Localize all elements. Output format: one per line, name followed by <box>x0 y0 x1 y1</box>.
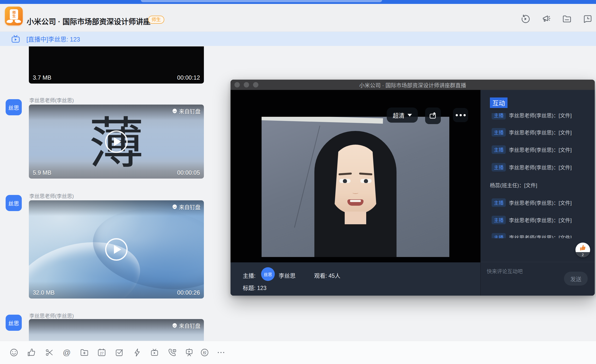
live-window-titlebar[interactable]: 小米公司 · 国际市场部资深设计师讲座群直播 <box>231 80 595 90</box>
page-title: 小米公司 · 国际市场部资深设计师讲座 <box>27 16 151 26</box>
book-icon <box>15 19 21 23</box>
message-text: 李丝思老师(李丝思)：[文件] <box>509 128 572 136</box>
video-message[interactable]: 薄 来自钉盘 5.9 MB 00:00:05 <box>29 105 204 179</box>
list-item: 主播 李丝思老师(李丝思)：[文件] <box>481 113 595 120</box>
host-badge: 主播 <box>492 128 506 137</box>
presenter-neck <box>345 212 366 224</box>
like-count: 2 <box>575 252 590 257</box>
message-text: 李丝思老师(李丝思)：[文件] <box>509 146 572 153</box>
video-message[interactable]: 来自钉盘 32.0 MB 00:00:26 <box>29 200 204 299</box>
ceiling-edge <box>262 117 383 124</box>
video-call-icon[interactable] <box>167 348 177 357</box>
interaction-message-list: 主播 李丝思老师(李丝思)：[文件] 主播 李丝思老师(李丝思)：[文件] 主播… <box>481 113 595 238</box>
message-text: 李丝思老师(李丝思)：[文件] <box>509 163 572 171</box>
announcement-icon[interactable] <box>541 14 551 24</box>
sender-avatar[interactable]: 丝思 <box>6 195 22 211</box>
calendar-icon[interactable]: 27 <box>97 348 107 357</box>
sender-avatar[interactable]: 丝思 <box>6 315 22 331</box>
presentation-icon[interactable] <box>184 348 194 357</box>
cast-icon <box>429 112 437 120</box>
viewer-count: 观看: 45人 <box>314 271 340 279</box>
message-text: 李丝思老师(李丝思)：[文件] <box>509 216 572 224</box>
video-message[interactable]: 来自钉盘 <box>29 319 204 341</box>
screenshot-scissors-icon[interactable] <box>44 348 54 357</box>
host-badge: 主播 <box>492 113 506 119</box>
ding-drive-cloud-icon <box>172 323 177 328</box>
folder-icon[interactable] <box>562 14 572 24</box>
live-tv-icon <box>11 35 20 43</box>
host-badge: 主播 <box>492 198 506 207</box>
message-text: 李丝思老师(李丝思)：[文件] <box>509 234 572 238</box>
presenter <box>311 131 399 257</box>
sender-name: 李丝思老师(李丝思) <box>29 96 74 104</box>
video-duration: 00:00:26 <box>177 289 200 296</box>
from-drive-badge: 来自钉盘 <box>172 203 200 211</box>
list-item: 主播 李丝思老师(李丝思)：[文件] <box>481 214 595 225</box>
host-badge: 主播 <box>492 145 506 154</box>
interaction-panel: 互动 主播 李丝思老师(李丝思)：[文件] 主播 李丝思老师(李丝思)：[文件]… <box>480 90 595 296</box>
live-info-bar: 主播: 丝思 李丝思 观看: 45人 标题: 123 <box>231 262 480 296</box>
live-video-stage: 超清 <box>231 90 480 262</box>
tab-interaction[interactable]: 互动 <box>490 97 508 108</box>
live-notice-bar[interactable]: [直播中]李丝思: 123 <box>0 32 596 46</box>
host-label: 主播: <box>243 271 255 279</box>
video-size: 5.9 MB <box>33 169 51 176</box>
cast-screen-button[interactable] <box>425 107 441 124</box>
sender-name: 李丝思老师(李丝思) <box>29 192 74 199</box>
more-icon[interactable] <box>216 348 226 357</box>
list-item: 主播 李丝思老师(李丝思)：[文件] <box>481 144 595 155</box>
book-icon <box>7 19 13 23</box>
message-text: 李丝思老师(李丝思)：[文件] <box>509 113 572 119</box>
chevron-down-icon <box>408 114 412 117</box>
window-top-tab <box>141 0 382 2</box>
like-button[interactable]: 2 <box>575 243 590 257</box>
list-item: 主播 李丝思老师(李丝思)：[文件] <box>481 162 595 172</box>
host-name: 李丝思 <box>279 271 296 279</box>
live-replay-icon[interactable] <box>520 14 530 24</box>
svg-text:校: 校 <box>203 351 206 355</box>
play-button[interactable] <box>105 238 128 261</box>
emoji-icon[interactable] <box>9 348 19 357</box>
school-icon[interactable]: 校 <box>200 348 210 357</box>
quick-action-icon[interactable] <box>132 348 142 357</box>
list-item: 主播 李丝思老师(李丝思)：[文件] <box>481 127 595 138</box>
host-badge: 主播 <box>492 216 506 224</box>
from-drive-badge: 来自钉盘 <box>172 107 200 115</box>
minimize-button[interactable] <box>244 82 249 87</box>
close-button[interactable] <box>234 82 240 87</box>
quality-dropdown[interactable]: 超清 <box>387 107 418 123</box>
video-message[interactable]: 3.7 MB 00:00:12 <box>29 46 204 84</box>
chat-history-icon[interactable] <box>583 14 593 24</box>
zoom-button[interactable] <box>253 82 258 87</box>
more-options-button[interactable] <box>453 108 468 122</box>
list-item: 主播 李丝思老师(李丝思)：[文件] <box>481 197 595 208</box>
group-avatar-label: 师生 <box>11 11 16 18</box>
list-item: 主播 李丝思老师(李丝思)：[文件] <box>481 232 595 238</box>
sender-avatar[interactable]: 丝思 <box>6 99 22 115</box>
group-live-icon[interactable] <box>150 348 159 357</box>
presenter-face <box>331 145 380 214</box>
list-item: 杨蕊(班主任)：[文件] <box>481 180 595 190</box>
message-text: 李丝思老师(李丝思)：[文件] <box>509 199 572 206</box>
from-drive-label: 来自钉盘 <box>179 321 200 329</box>
host-badge: 主播 <box>492 163 506 171</box>
window-top-strip <box>0 0 596 4</box>
todo-check-icon[interactable] <box>114 348 124 357</box>
video-duration: 00:00:12 <box>177 74 200 81</box>
live-stream-window: 小米公司 · 国际市场部资深设计师讲座群直播 超 <box>231 80 595 296</box>
from-drive-badge: 来自钉盘 <box>172 321 200 329</box>
message-toolbar: @ 27 校 <box>0 341 596 364</box>
svg-text:27: 27 <box>100 351 104 355</box>
host-avatar[interactable]: 丝思 <box>261 267 275 281</box>
thumbs-up-icon[interactable] <box>27 348 36 357</box>
folder-add-icon[interactable] <box>79 348 89 357</box>
video-duration: 00:00:05 <box>177 169 200 176</box>
webcam-video <box>262 117 449 257</box>
group-avatar[interactable]: 师生 <box>5 7 23 25</box>
sender-name: 李丝思老师(李丝思) <box>29 312 74 319</box>
send-button[interactable]: 发送 <box>564 272 588 286</box>
thumbs-up-icon <box>579 244 586 251</box>
play-button[interactable] <box>105 130 128 153</box>
live-notice-text[interactable]: [直播中]李丝思: 123 <box>26 34 80 43</box>
mention-icon[interactable]: @ <box>62 348 72 357</box>
